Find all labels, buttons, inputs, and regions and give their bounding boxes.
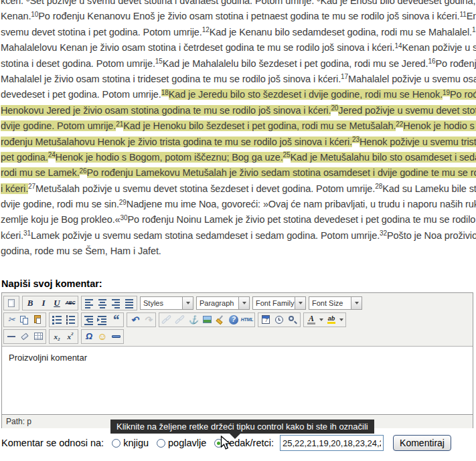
font-size-select[interactable]: Font Size: [309, 296, 362, 310]
visual-aid-button[interactable]: [31, 330, 45, 343]
help-icon: ?: [229, 315, 238, 325]
bible-text-line[interactable]: rođenju Metušalahovu Henok je živio tris…: [1, 134, 476, 150]
copy-button[interactable]: [18, 313, 31, 327]
bible-text-line[interactable]: zemlje koju je Bog prokleo.«30Po rođenju…: [1, 212, 476, 227]
remove-format-button[interactable]: [18, 330, 31, 343]
chevron-down-icon[interactable]: [295, 297, 305, 309]
insert-date-button[interactable]: [259, 313, 272, 327]
submit-comment-button[interactable]: Komentiraj: [393, 435, 451, 451]
align-justify-button[interactable]: [123, 296, 136, 310]
mouse-cursor: [220, 436, 232, 454]
cut-button[interactable]: ✂: [5, 313, 18, 327]
verse-text: Po rođenju Lamekovu Metušalah je živio s…: [87, 167, 476, 178]
html-source-button[interactable]: HTML: [240, 313, 254, 327]
verse-number: 24: [48, 151, 56, 159]
anchor-icon: ⚓: [187, 314, 200, 325]
redo-button[interactable]: ↷: [141, 313, 155, 327]
radio-label-redak-retci[interactable]: redak/retci:: [226, 438, 274, 448]
cut-icon: ✂: [5, 314, 17, 325]
highlight-color-button[interactable]: ab: [325, 313, 338, 327]
help-button[interactable]: ?: [227, 313, 240, 327]
blockquote-button[interactable]: “: [109, 313, 123, 327]
cleanup-button[interactable]: [214, 313, 227, 327]
bullet-list-button[interactable]: [50, 313, 64, 327]
radio-label-knjigu[interactable]: knjigu: [123, 438, 149, 448]
visual-aid-icon: [32, 331, 44, 342]
link-button[interactable]: [160, 313, 173, 327]
bold-button[interactable]: B: [23, 296, 37, 310]
bible-text-line[interactable]: dvije godine, rodi mu se sin.29Nadjene m…: [1, 197, 476, 212]
verse-number: 11: [459, 11, 466, 18]
bible-text-line[interactable]: pet godina.24Henok je hodio s Bogom, pot…: [1, 150, 476, 165]
bible-text-line[interactable]: Mahalalelovu Kenan je živio osam stotina…: [1, 40, 476, 56]
italic-button[interactable]: I: [37, 296, 50, 310]
horizontal-rule-icon: [5, 331, 17, 342]
bible-text-line[interactable]: godina, rode mu se Šem, Ham i Jafet.: [1, 244, 476, 259]
chevron-down-icon[interactable]: [318, 313, 325, 327]
bible-text-line[interactable]: stotina i deset godina. Potom umrije.15K…: [1, 56, 476, 72]
bible-text-line[interactable]: svemu devet stotina i pet godina. Potom …: [1, 25, 476, 40]
align-center-icon: [96, 298, 108, 308]
new-document-button[interactable]: [5, 296, 18, 310]
superscript-icon: x: [64, 331, 76, 342]
editor-content[interactable]: Proizvoljni komentar: [2, 346, 473, 414]
insert-time-button[interactable]: [272, 313, 286, 327]
font-size-select-label: Font Size: [309, 299, 351, 307]
radio-poglavlje[interactable]: [157, 439, 165, 448]
verse-number: 22: [396, 120, 403, 128]
bible-text-line[interactable]: dvije godine. Potom umrije.21Kad je Heno…: [1, 118, 476, 134]
align-center-button[interactable]: [96, 296, 109, 310]
unlink-button[interactable]: [173, 313, 187, 327]
subscript-button[interactable]: x: [50, 330, 64, 343]
advanced-hr-button[interactable]: [109, 330, 123, 343]
bible-text-line[interactable]: Henokovu Jered je živio osam stotina god…: [1, 103, 476, 118]
bible-text-line[interactable]: Mahalalel je živio osam stotina i trides…: [1, 72, 476, 87]
font-family-select-label: Font Family: [253, 299, 295, 307]
chevron-down-icon[interactable]: [182, 297, 193, 309]
toolbar-group: [3, 329, 46, 344]
chevron-down-icon[interactable]: [238, 297, 249, 309]
bible-text-line[interactable]: Kenan.10Po rođenju Kenanovu Enoš je živi…: [1, 9, 476, 24]
bible-text-line[interactable]: rodi mu se Lamek.26Po rođenju Lamekovu M…: [1, 165, 476, 181]
emoticons-button[interactable]: ☺: [96, 330, 109, 343]
indent-button[interactable]: [96, 313, 109, 327]
undo-button[interactable]: ↶: [128, 313, 141, 327]
chevron-down-icon[interactable]: [338, 313, 345, 327]
verse-number: 29: [119, 199, 127, 206]
strikethrough-button[interactable]: ABC: [64, 296, 77, 310]
radio-knjigu[interactable]: [112, 439, 121, 448]
paragraph-select[interactable]: Paragraph: [196, 296, 250, 310]
bible-text-line[interactable]: devedeset i pet godina. Potom umrije.18K…: [1, 87, 476, 102]
underline-button[interactable]: U: [50, 296, 64, 310]
align-left-button[interactable]: [82, 296, 96, 310]
chevron-down-icon[interactable]: [351, 297, 362, 309]
text-color-icon: A: [305, 314, 317, 325]
anchor-button[interactable]: ⚓: [187, 313, 200, 327]
redo-icon: ↷: [142, 314, 154, 325]
horizontal-rule-button[interactable]: [5, 330, 18, 343]
toolbar-group: “: [81, 312, 124, 327]
verse-number: 17: [341, 73, 348, 80]
font-family-select[interactable]: Font Family: [252, 296, 306, 310]
preview-icon: [287, 314, 299, 325]
outdent-button[interactable]: [82, 313, 96, 327]
bible-text-line[interactable]: kćeri.31Lamek poživje u svemu sedam stot…: [1, 228, 476, 244]
paste-button[interactable]: [31, 313, 45, 327]
superscript-button[interactable]: x: [64, 330, 77, 343]
advanced-hr-icon: [110, 331, 122, 342]
verses-input[interactable]: [280, 435, 384, 451]
special-char-button[interactable]: Ω: [82, 330, 96, 343]
image-button[interactable]: [200, 313, 214, 327]
verse-text: zemlje koju je Bog prokleo.«: [1, 214, 121, 225]
styles-select[interactable]: Styles: [140, 296, 193, 310]
align-right-button[interactable]: [109, 296, 123, 310]
text-color-button[interactable]: A: [305, 313, 318, 327]
preview-button[interactable]: [286, 313, 299, 327]
verse-text: Mahalalel poživje u svemu osam stotina: [348, 74, 476, 84]
numbered-list-button[interactable]: [64, 313, 77, 327]
bible-text-line[interactable]: i kćeri.27Metušalah poživje u svemu deve…: [1, 181, 476, 197]
radio-label-poglavlje[interactable]: poglavlje: [168, 438, 206, 448]
bible-text-line[interactable]: kćeri. 8Šet poživje u svemu devet stotin…: [1, 0, 476, 9]
verse-text: godina, rode mu se Šem, Ham i Jafet.: [1, 246, 161, 256]
verse-number: 28: [375, 183, 382, 190]
